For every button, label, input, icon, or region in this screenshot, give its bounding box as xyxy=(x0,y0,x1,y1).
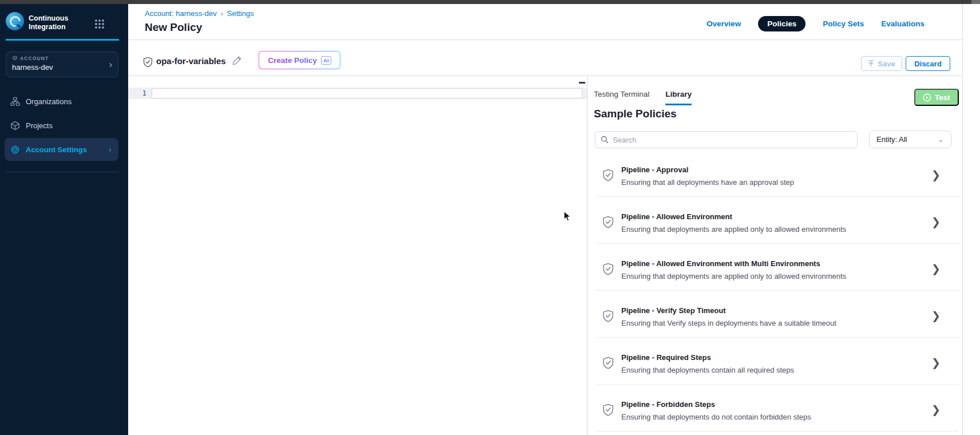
policy-shield-icon xyxy=(602,216,614,228)
policy-list-item[interactable]: Pipeline - Approval Ensuring that all de… xyxy=(596,150,959,197)
policy-texts: Pipeline - Allowed Environment with Mult… xyxy=(621,259,919,280)
breadcrumb-separator-icon: › xyxy=(221,10,223,18)
ai-badge: AI xyxy=(321,56,331,65)
policy-list-item[interactable]: Pipeline - Verify Step Timeout Ensuring … xyxy=(596,291,959,338)
chevron-right-icon: ❯ xyxy=(931,168,941,181)
tab-policies[interactable]: Policies xyxy=(758,16,806,31)
policy-description: Ensuring that deployments are applied on… xyxy=(621,272,919,280)
policy-shield-icon xyxy=(602,310,614,322)
module-grid-icon[interactable] xyxy=(94,19,104,29)
sidebar-item-projects[interactable]: Projects xyxy=(5,114,118,137)
chevron-right-icon: ❯ xyxy=(931,403,941,416)
discard-button[interactable]: Discard xyxy=(906,56,950,71)
sidebar-divider xyxy=(6,172,118,172)
gear-icon xyxy=(10,145,20,155)
save-label: Save xyxy=(878,60,895,68)
policy-title: Pipeline - Verify Step Timeout xyxy=(621,306,919,315)
policy-texts: Pipeline - Allowed Environment Ensuring … xyxy=(621,212,919,234)
policy-title: Pipeline - Forbidden Steps xyxy=(621,400,919,409)
sample-policy-list: Pipeline - Approval Ensuring that all de… xyxy=(596,150,959,432)
account-label: ACCOUNT xyxy=(20,56,49,61)
editor-line-number: 1 xyxy=(133,89,146,97)
sidebar-item-organizations[interactable]: Organizations xyxy=(5,90,118,113)
policy-shield-icon xyxy=(602,169,614,181)
sidebar-nav: Organizations Projects Account Settings … xyxy=(5,90,118,162)
entity-filter-value: Entity: All xyxy=(876,135,907,144)
policy-texts: Pipeline - Verify Step Timeout Ensuring … xyxy=(621,306,919,327)
chevron-right-icon: ❯ xyxy=(931,356,941,369)
mouse-cursor xyxy=(564,211,571,222)
create-policy-button[interactable]: Create Policy AI xyxy=(259,51,340,69)
policy-list-item[interactable]: Pipeline - Allowed Environment Ensuring … xyxy=(596,197,959,244)
tab-policy-sets[interactable]: Policy Sets xyxy=(823,19,864,28)
policy-title: Pipeline - Allowed Environment xyxy=(621,212,919,221)
policy-texts: Pipeline - Approval Ensuring that all de… xyxy=(621,165,919,187)
header-divider xyxy=(128,39,962,40)
policy-texts: Pipeline - Required Steps Ensuring that … xyxy=(621,353,919,374)
sidebar-item-label: Projects xyxy=(26,121,53,130)
policy-description: Ensuring that Verify steps in deployment… xyxy=(621,319,919,327)
org-chart-icon xyxy=(10,97,20,106)
test-button[interactable]: Test xyxy=(914,89,959,106)
policy-list-item[interactable]: Pipeline - Forbidden Steps Ensuring that… xyxy=(596,385,959,432)
tab-overview[interactable]: Overview xyxy=(707,19,741,28)
policy-title: Pipeline - Allowed Environment with Mult… xyxy=(621,259,919,268)
window-scrollbar-notch xyxy=(971,0,980,4)
search-box[interactable] xyxy=(595,131,858,148)
policy-shield-icon xyxy=(143,57,153,68)
policy-name: opa-for-variables xyxy=(156,56,226,66)
sidebar-item-account-settings[interactable]: Account Settings › xyxy=(5,138,118,161)
entity-filter-select[interactable]: Entity: All ⌄ xyxy=(869,130,951,148)
search-input[interactable] xyxy=(613,136,852,144)
sample-policies-heading: Sample Policies xyxy=(594,108,677,120)
cube-icon xyxy=(10,121,20,130)
edit-pencil-icon[interactable] xyxy=(232,56,242,66)
policy-list-item[interactable]: Pipeline - Allowed Environment with Mult… xyxy=(596,244,959,291)
library-panel: Testing Terminal Library Test Sample Pol… xyxy=(588,76,962,435)
policy-description: Ensuring that deployments contain all re… xyxy=(621,366,919,374)
policy-description: Ensuring that all deployments have an ap… xyxy=(621,178,919,187)
search-icon xyxy=(601,136,609,144)
product-name: Continuous Integration xyxy=(29,14,92,31)
harness-ci-logo[interactable] xyxy=(6,12,24,30)
window-top-strip xyxy=(0,0,980,4)
product-name-line1: Continuous xyxy=(29,14,92,23)
code-editor[interactable]: 1 xyxy=(128,76,587,435)
sidebar-item-label: Organizations xyxy=(26,97,72,106)
policy-description: Ensuring that deployments do not contain… xyxy=(621,413,919,421)
app-window: Continuous Integration ACCOUNT harness-d… xyxy=(0,0,980,435)
account-chevron-icon[interactable]: › xyxy=(109,60,112,70)
tab-testing-terminal[interactable]: Testing Terminal xyxy=(594,90,649,105)
sidebar-accent-bar xyxy=(6,39,119,41)
create-policy-label: Create Policy xyxy=(268,56,317,65)
save-button[interactable]: Save xyxy=(861,56,902,71)
policy-list-item[interactable]: Pipeline - Required Steps Ensuring that … xyxy=(596,338,959,385)
sidebar-item-chevron-icon: › xyxy=(109,145,112,154)
chevron-right-icon: ❯ xyxy=(931,262,941,275)
play-circle-icon xyxy=(923,93,931,102)
upload-icon xyxy=(868,60,874,67)
policy-shield-icon xyxy=(602,263,614,275)
account-selector[interactable]: ACCOUNT harness-dev › xyxy=(6,52,118,77)
tab-library[interactable]: Library xyxy=(665,90,692,105)
sidebar: Continuous Integration ACCOUNT harness-d… xyxy=(0,4,128,435)
chevron-down-icon: ⌄ xyxy=(938,135,944,144)
breadcrumb-settings-link[interactable]: Settings xyxy=(227,9,254,18)
policy-shield-icon xyxy=(602,357,614,369)
breadcrumb-account-link[interactable]: Account: harness-dev xyxy=(145,9,217,18)
account-stack-icon xyxy=(12,56,18,61)
editor-current-line[interactable] xyxy=(152,88,582,98)
account-label-row: ACCOUNT xyxy=(12,56,112,61)
account-name: harness-dev xyxy=(12,63,112,72)
chevron-right-icon: ❯ xyxy=(931,309,941,322)
minimap-line-marker xyxy=(579,82,585,84)
panel-tabs: Testing Terminal Library xyxy=(594,90,692,105)
policy-shield-icon xyxy=(602,404,614,416)
discard-label: Discard xyxy=(914,60,942,68)
tab-evaluations[interactable]: Evaluations xyxy=(881,19,925,28)
header-tabs: Overview Policies Policy Sets Evaluation… xyxy=(707,16,925,31)
chevron-right-icon: ❯ xyxy=(931,215,941,228)
policy-description: Ensuring that deployments are applied on… xyxy=(621,225,919,234)
test-label: Test xyxy=(935,93,950,102)
content-right-border xyxy=(962,4,963,435)
